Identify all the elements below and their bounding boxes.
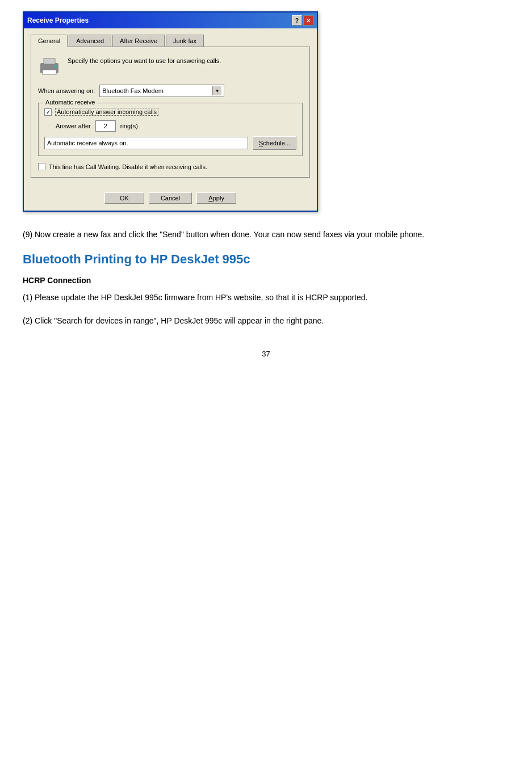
schedule-button[interactable]: Schedule... bbox=[253, 136, 296, 150]
answer-after-label: Answer after bbox=[56, 123, 91, 129]
section-heading: Bluetooth Printing to HP DeskJet 995c bbox=[23, 252, 509, 267]
answer-after-row: Answer after 2 ring(s) bbox=[44, 120, 296, 132]
tab-advanced[interactable]: Advanced bbox=[69, 35, 111, 47]
group-legend: Automatic receive bbox=[43, 99, 97, 106]
hcrp-heading: HCRP Connection bbox=[23, 276, 509, 285]
cancel-button[interactable]: Cancel bbox=[149, 192, 192, 204]
tab-junk-fax[interactable]: Junk fax bbox=[166, 35, 204, 47]
receive-properties-dialog: Receive Properties ? ✕ General Advanced … bbox=[23, 11, 318, 212]
page-content: Receive Properties ? ✕ General Advanced … bbox=[23, 11, 509, 358]
dialog-buttons: OK Cancel Apply bbox=[31, 187, 310, 204]
step1-text: (1) Please update the HP DeskJet 995c fi… bbox=[23, 292, 509, 304]
tab-content-general: Specify the options you want to use for … bbox=[31, 47, 310, 178]
rings-label: ring(s) bbox=[120, 123, 138, 129]
call-waiting-row: This line has Call Waiting. Disable it w… bbox=[38, 163, 303, 170]
icon-description-row: Specify the options you want to use for … bbox=[38, 55, 303, 77]
page-number: 37 bbox=[23, 350, 509, 358]
tab-after-receive[interactable]: After Receive bbox=[112, 35, 165, 47]
help-button[interactable]: ? bbox=[292, 15, 302, 26]
call-waiting-checkbox[interactable] bbox=[38, 163, 45, 170]
step2-text: (2) Click "Search for devices in range",… bbox=[23, 315, 509, 327]
dialog-wrapper: Receive Properties ? ✕ General Advanced … bbox=[23, 11, 509, 212]
close-button[interactable]: ✕ bbox=[303, 15, 313, 26]
rings-input[interactable]: 2 bbox=[95, 120, 116, 132]
when-answering-label: When answering on: bbox=[38, 87, 95, 94]
svg-rect-2 bbox=[43, 70, 56, 74]
auto-answer-label: Automatically answer incoming calls bbox=[55, 108, 158, 116]
step9-text: (9) Now create a new fax and click the "… bbox=[23, 229, 509, 241]
svg-rect-3 bbox=[54, 65, 57, 68]
fax-printer-icon bbox=[38, 55, 61, 77]
call-waiting-label: This line has Call Waiting. Disable it w… bbox=[49, 163, 207, 170]
auto-answer-checkbox[interactable] bbox=[44, 108, 52, 116]
modem-dropdown[interactable]: Bluetooth Fax Modem ▼ bbox=[99, 85, 224, 97]
dropdown-arrow-icon: ▼ bbox=[212, 86, 221, 95]
apply-button[interactable]: Apply bbox=[196, 192, 236, 204]
auto-receive-text: Automatic receive always on. bbox=[47, 140, 128, 146]
auto-receive-row: Automatic receive always on. Schedule... bbox=[44, 136, 296, 150]
svg-rect-1 bbox=[44, 58, 55, 64]
description-text: Specify the options you want to use for … bbox=[68, 55, 221, 64]
titlebar-buttons: ? ✕ bbox=[292, 15, 313, 26]
ok-button[interactable]: OK bbox=[104, 192, 144, 204]
when-answering-row: When answering on: Bluetooth Fax Modem ▼ bbox=[38, 85, 303, 97]
auto-answer-row: Automatically answer incoming calls bbox=[44, 108, 296, 116]
modem-value: Bluetooth Fax Modem bbox=[102, 87, 164, 94]
tab-general[interactable]: General bbox=[31, 35, 68, 47]
dialog-titlebar: Receive Properties ? ✕ bbox=[24, 12, 317, 28]
dialog-title: Receive Properties bbox=[27, 16, 89, 24]
auto-receive-text-field: Automatic receive always on. bbox=[44, 137, 248, 149]
automatic-receive-group: Automatic receive Automatically answer i… bbox=[38, 103, 303, 156]
tab-bar: General Advanced After Receive Junk fax bbox=[31, 34, 310, 47]
dialog-body: General Advanced After Receive Junk fax bbox=[24, 28, 317, 211]
